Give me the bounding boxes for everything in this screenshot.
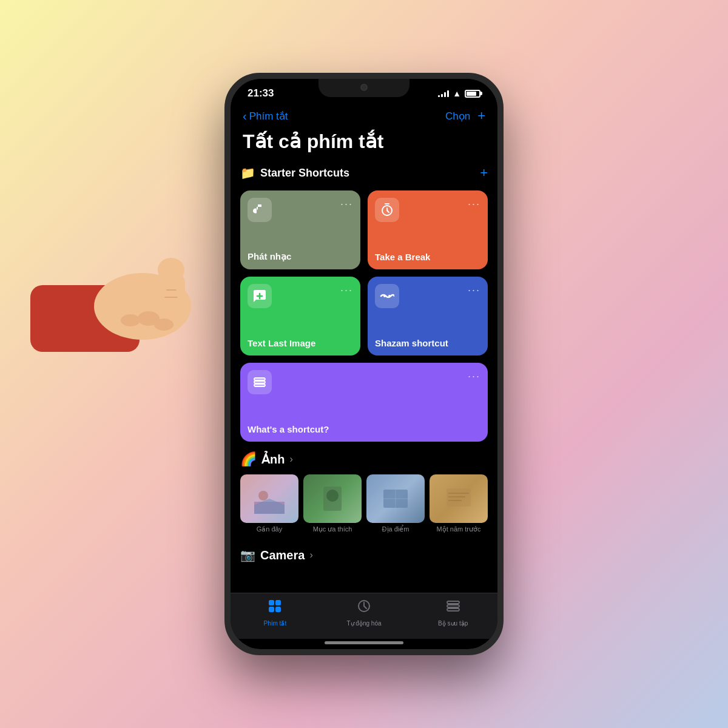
camera-icon: 📷 xyxy=(240,548,255,562)
tab-automation-icon xyxy=(356,598,372,618)
choose-button[interactable]: Chọn xyxy=(445,110,470,123)
folder-icon: 📁 xyxy=(240,166,255,180)
tab-shortcuts-label: Phím tắt xyxy=(263,620,286,627)
bottom-spacer xyxy=(240,572,488,584)
tab-automation[interactable]: Tự động hóa xyxy=(320,598,409,627)
text-last-image-more-button[interactable]: ··· xyxy=(340,284,353,297)
whats-a-shortcut-more-button[interactable]: ··· xyxy=(468,370,480,383)
photo-places-label: Địa điểm xyxy=(366,525,425,533)
photos-grid: Gần đây Mục ưa thích xyxy=(240,474,488,533)
back-button[interactable]: ‹ Phím tắt xyxy=(243,110,288,123)
svg-rect-16 xyxy=(254,381,265,383)
phone-frame: 21:33 ▲ ‹ Phím tắt Chọn xyxy=(224,73,504,655)
svg-rect-33 xyxy=(269,600,274,605)
svg-point-23 xyxy=(326,490,339,502)
message-plus-icon xyxy=(248,284,272,308)
power-button xyxy=(502,206,504,267)
photo-favorite[interactable]: Mục ưa thích xyxy=(303,474,362,533)
photos-app-icon: 🌈 xyxy=(240,451,257,467)
shortcut-phat-nhac[interactable]: ··· Phát nhạc xyxy=(240,190,360,269)
svg-point-13 xyxy=(383,295,386,297)
front-camera xyxy=(360,84,368,91)
phone-screen: 21:33 ▲ ‹ Phím tắt Chọn xyxy=(231,79,497,649)
take-a-break-label: Take a Break xyxy=(375,252,480,262)
shortcut-shazam[interactable]: ··· Shazam shortcut xyxy=(368,277,488,356)
photos-section: 🌈 Ảnh › Gần đ xyxy=(240,451,488,533)
photo-year-ago[interactable]: Một năm trước xyxy=(430,474,488,533)
shazam-label: Shazam shortcut xyxy=(375,338,480,348)
whats-a-shortcut-label: What's a shortcut? xyxy=(248,424,480,434)
photos-section-title: Ảnh xyxy=(261,452,285,467)
svg-point-5 xyxy=(154,318,174,331)
tab-collections-icon xyxy=(445,598,461,618)
photo-recent-thumb xyxy=(240,474,298,523)
photo-year-ago-label: Một năm trước xyxy=(430,525,488,533)
nav-actions: Chọn + xyxy=(445,108,485,124)
svg-rect-39 xyxy=(447,605,459,607)
camera-section-header[interactable]: 📷 Camera › xyxy=(240,543,488,567)
tab-shortcuts[interactable]: Phím tắt xyxy=(231,598,320,627)
photo-year-ago-thumb xyxy=(430,474,488,523)
volume-down-button xyxy=(224,246,226,285)
wifi-icon: ▲ xyxy=(453,89,461,98)
volume-up-button xyxy=(224,197,226,237)
signal-icon xyxy=(438,90,449,97)
svg-point-14 xyxy=(388,295,391,297)
tab-collections-label: Bộ sưu tập xyxy=(438,620,468,627)
svg-rect-36 xyxy=(275,607,281,612)
mute-button xyxy=(224,164,226,185)
tab-bar: Phím tắt Tự động hóa xyxy=(231,593,497,639)
music-icon xyxy=(248,198,272,222)
add-shortcut-button[interactable]: + xyxy=(477,108,485,124)
phat-nhac-label: Phát nhạc xyxy=(248,251,353,262)
photo-recent-label: Gần đây xyxy=(240,525,298,533)
battery-icon xyxy=(465,90,480,98)
notch xyxy=(318,79,410,97)
svg-rect-40 xyxy=(447,608,459,611)
back-chevron-icon: ‹ xyxy=(243,110,247,122)
tab-collections[interactable]: Bộ sưu tập xyxy=(408,598,497,627)
photo-recent[interactable]: Gần đây xyxy=(240,474,298,533)
svg-rect-15 xyxy=(254,378,265,380)
text-last-image-label: Text Last Image xyxy=(248,338,353,348)
starter-shortcuts-header: 📁 Starter Shortcuts + xyxy=(240,163,488,183)
photo-places-thumb xyxy=(366,474,425,523)
status-time: 21:33 xyxy=(248,87,274,99)
shazam-more-button[interactable]: ··· xyxy=(468,284,480,297)
svg-point-3 xyxy=(158,258,184,282)
take-a-break-more-button[interactable]: ··· xyxy=(468,198,480,211)
add-to-section-button[interactable]: + xyxy=(480,165,488,181)
shortcuts-grid: ··· Phát nhạc ··· xyxy=(240,190,488,442)
page-title-container: Tất cả phím tắt xyxy=(231,126,497,163)
svg-rect-35 xyxy=(269,607,274,612)
back-label: Phím tắt xyxy=(249,110,288,123)
home-indicator xyxy=(325,641,403,644)
svg-point-6 xyxy=(121,314,140,326)
starter-shortcuts-title: Starter Shortcuts xyxy=(260,167,349,180)
camera-chevron-icon: › xyxy=(309,550,312,561)
phat-nhac-more-button[interactable]: ··· xyxy=(340,198,353,211)
page-title: Tất cả phím tắt xyxy=(243,130,485,153)
svg-rect-29 xyxy=(447,488,471,507)
shortcut-text-last-image[interactable]: ··· Text Last Image xyxy=(240,277,360,356)
scroll-content[interactable]: 📁 Starter Shortcuts + ··· xyxy=(231,163,497,593)
tab-shortcuts-icon xyxy=(267,598,283,618)
navigation-bar: ‹ Phím tắt Chọn + xyxy=(231,103,497,126)
shazam-icon xyxy=(375,284,399,308)
shortcut-whats-a-shortcut[interactable]: ··· What's a shortcut? xyxy=(240,363,488,442)
battery-fill xyxy=(467,92,476,96)
shortcut-take-a-break[interactable]: ··· Take a Break xyxy=(368,190,488,269)
status-icons: ▲ xyxy=(438,89,480,98)
tab-automation-label: Tự động hóa xyxy=(346,620,381,627)
pointing-hand-illustration xyxy=(30,212,212,352)
timer-icon xyxy=(375,198,399,222)
photo-places[interactable]: Địa điểm xyxy=(366,474,425,533)
svg-rect-17 xyxy=(254,384,265,386)
svg-rect-34 xyxy=(275,600,281,605)
photos-chevron-icon: › xyxy=(289,454,292,465)
photo-favorite-thumb xyxy=(303,474,362,523)
svg-point-19 xyxy=(258,491,268,500)
camera-section-title: Camera xyxy=(260,548,305,562)
svg-rect-38 xyxy=(447,601,459,604)
photo-favorite-label: Mục ưa thích xyxy=(303,525,362,533)
